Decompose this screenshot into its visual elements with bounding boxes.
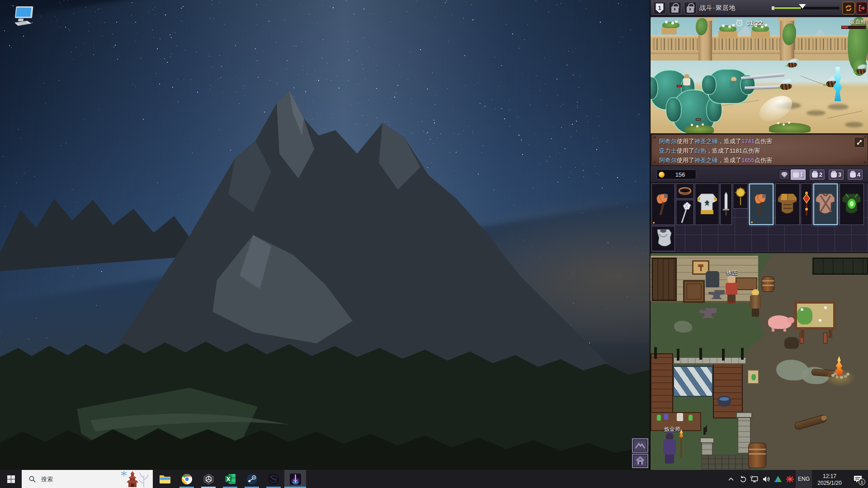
stall-frame	[713, 361, 743, 418]
language-indicator[interactable]: ENG	[796, 470, 812, 488]
grass-tuft	[685, 125, 714, 133]
cross-marker	[706, 426, 707, 432]
wooden-door	[651, 258, 677, 301]
triangle-app-icon	[774, 476, 782, 482]
taskbar-app-unity[interactable]	[198, 470, 219, 488]
speed-slider[interactable]	[774, 7, 840, 9]
gold-amount: 156	[665, 171, 696, 178]
alchemist-label: 炼金师	[664, 426, 680, 433]
blacksmith-label: 铁匠	[726, 269, 737, 277]
notification-center-button[interactable]: 1	[847, 470, 868, 488]
taskbar-search[interactable]	[22, 470, 153, 488]
taskbar-app-game-purple[interactable]	[284, 470, 306, 488]
log-line: 阿奇尔使用了神圣之锤，造成了1741点伤害	[659, 137, 772, 145]
item-leather-vest-selected[interactable]	[813, 183, 838, 225]
taskbar: ENG 12:17 2025/1/20 1	[0, 470, 868, 488]
slider-fill	[774, 7, 801, 9]
mountain-icon	[635, 442, 646, 449]
tray-time: 12:17	[812, 473, 847, 480]
inventory-panel	[651, 183, 868, 253]
tray-red-x-app[interactable]	[784, 470, 796, 488]
wallet-bar: 156 1 2 3 4	[651, 166, 868, 183]
tray-network[interactable]	[749, 470, 760, 488]
potion-sign	[747, 370, 759, 384]
item-longsword[interactable]	[720, 183, 732, 225]
taskbar-app-chrome[interactable]	[176, 470, 198, 488]
refresh-icon	[844, 4, 853, 12]
unity-icon	[203, 474, 214, 485]
gold-coin-icon	[659, 172, 665, 178]
lock-button-1[interactable]	[669, 2, 681, 14]
winter-art-decoration	[118, 470, 152, 488]
bag-icon	[850, 172, 856, 178]
combat-log: 阿奇尔使用了神圣之锤，造成了1741点伤害 亚力士使用了白热，造成了1181点伤…	[651, 133, 868, 166]
barrel	[762, 277, 774, 292]
grass-tuft	[769, 123, 811, 133]
bag-tab-4[interactable]: 4	[847, 169, 863, 180]
torch	[680, 437, 682, 458]
volume-icon	[763, 476, 770, 483]
item-cursed-green-armor[interactable]	[840, 183, 864, 225]
bag-icon	[812, 172, 818, 178]
map-board[interactable]	[794, 301, 836, 330]
taskbar-apps	[154, 470, 306, 488]
item-ritual-scepter[interactable]	[801, 183, 812, 225]
workbench	[736, 277, 757, 290]
item-mace[interactable]	[676, 200, 694, 225]
gem-button[interactable]	[778, 169, 790, 180]
item-battle-axe-selected[interactable]	[749, 183, 774, 225]
this-pc-icon[interactable]	[12, 5, 37, 28]
tray-volume[interactable]	[760, 470, 772, 488]
padlock-icon	[671, 6, 679, 13]
pig[interactable]	[768, 315, 792, 329]
terrace-wall	[651, 54, 868, 61]
item-plate-armor[interactable]	[695, 183, 719, 225]
shadow	[845, 122, 863, 127]
lock-button-2[interactable]	[684, 2, 697, 14]
blacksmith-npc[interactable]	[726, 277, 737, 302]
exit-icon	[858, 5, 865, 12]
exit-button[interactable]	[856, 2, 868, 14]
diamond-icon	[781, 172, 788, 178]
search-input[interactable]	[40, 475, 90, 483]
wasp-enemy	[780, 83, 792, 90]
item-circlet[interactable]	[676, 183, 694, 199]
item-holy-pendant[interactable]	[733, 183, 748, 209]
item-battle-axe[interactable]	[651, 183, 675, 225]
tray-sync[interactable]	[737, 470, 749, 488]
bag-tab-2[interactable]: 2	[809, 169, 825, 180]
bag-tab-3[interactable]: 3	[828, 169, 844, 180]
game-header: 1 战斗·聚居地	[651, 0, 868, 16]
taskbar-app-steam[interactable]	[241, 470, 263, 488]
tray-chevron-up[interactable]	[725, 470, 737, 488]
bag-tab-1[interactable]: 1	[790, 169, 806, 180]
anvil	[699, 308, 717, 318]
item-breastplate[interactable]	[651, 226, 675, 251]
golem-warrior	[708, 70, 748, 103]
striped-awning	[673, 366, 713, 397]
slider-handle[interactable]	[799, 4, 806, 9]
home-toggle-button[interactable]	[632, 454, 648, 468]
hero-fighter	[730, 77, 737, 88]
taskbar-app-game-dark[interactable]	[263, 470, 284, 488]
mountain-toggle-button[interactable]	[632, 438, 648, 453]
balustrade-base	[651, 50, 868, 54]
taskbar-app-excel[interactable]	[219, 470, 241, 488]
expand-log-button[interactable]	[854, 137, 865, 148]
tray-triangle-app[interactable]	[772, 470, 784, 488]
desktop: 1 战斗·聚居地	[0, 0, 868, 488]
refresh-button[interactable]	[842, 2, 855, 14]
excel-icon	[225, 474, 236, 484]
start-button[interactable]	[0, 470, 22, 488]
alchemist-npc[interactable]	[663, 433, 676, 464]
shield-slot-button[interactable]: 1	[653, 2, 666, 14]
campfire	[830, 356, 849, 382]
taskbar-app-file-explorer[interactable]	[154, 470, 176, 488]
sword	[741, 73, 784, 80]
item-leather-armor[interactable]	[775, 183, 800, 225]
player-character[interactable]	[750, 289, 761, 317]
bag-icon	[831, 172, 837, 178]
tree-stump	[784, 337, 799, 349]
battle-timer: 01:22	[736, 19, 763, 27]
tray-clock[interactable]: 12:17 2025/1/20	[812, 471, 847, 487]
